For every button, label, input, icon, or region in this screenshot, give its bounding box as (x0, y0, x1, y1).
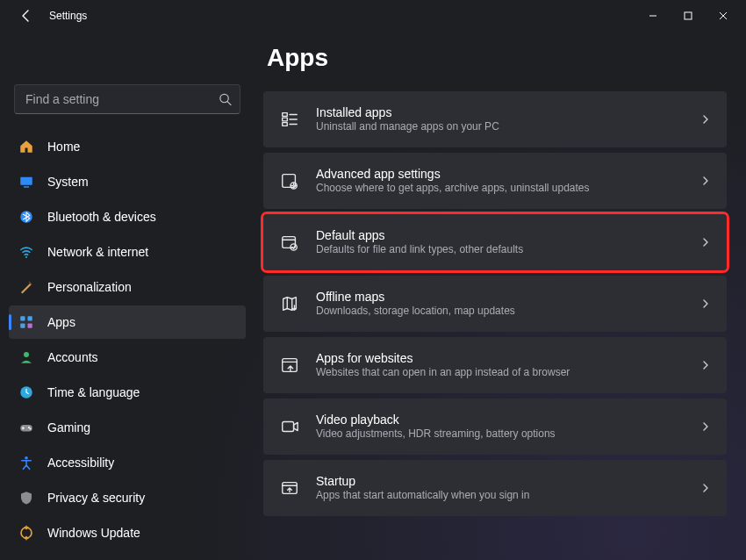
svg-rect-18 (283, 118, 288, 121)
card-maps[interactable]: Offline mapsDownloads, storage location,… (263, 276, 727, 332)
video-icon (279, 416, 300, 437)
home-icon (18, 138, 35, 155)
card-title: Video playback (316, 412, 556, 427)
svg-rect-8 (20, 324, 25, 328)
chevron-right-icon (700, 298, 711, 309)
card-video[interactable]: Video playbackVideo adjustments, HDR str… (263, 398, 727, 455)
sidebar-item-home[interactable]: Home (9, 130, 246, 163)
card-startup[interactable]: StartupApps that start automatically whe… (263, 460, 727, 516)
chevron-right-icon (700, 360, 711, 370)
system-icon (18, 173, 35, 190)
settings-window: Settings HomeSystemBluetooth & de (0, 0, 746, 560)
svg-point-26 (291, 244, 297, 250)
card-subtitle: Video adjustments, HDR streaming, batter… (316, 427, 556, 442)
svg-rect-25 (283, 237, 296, 248)
card-text: Video playbackVideo adjustments, HDR str… (316, 412, 556, 442)
gaming-icon (18, 419, 35, 436)
sidebar-item-update[interactable]: Windows Update (9, 516, 246, 549)
sidebar-item-label: Accounts (47, 350, 98, 364)
card-subtitle: Defaults for file and link types, other … (316, 243, 523, 257)
sidebar-item-bluetooth[interactable]: Bluetooth & devices (9, 200, 246, 233)
sidebar-item-accessibility[interactable]: Accessibility (9, 446, 246, 479)
sidebar-item-label: Gaming (47, 420, 90, 434)
chevron-right-icon (700, 483, 711, 493)
maximize-button[interactable] (671, 3, 706, 29)
svg-point-1 (220, 94, 228, 102)
card-default[interactable]: Default appsDefaults for file and link t… (263, 214, 727, 270)
svg-point-15 (25, 456, 28, 460)
nav-list: HomeSystemBluetooth & devicesNetwork & i… (9, 130, 246, 549)
svg-point-13 (28, 427, 30, 428)
window-controls (635, 3, 741, 29)
close-button[interactable] (706, 3, 741, 29)
card-advanced[interactable]: Advanced app settingsChoose where to get… (263, 153, 727, 209)
card-text: Advanced app settingsChoose where to get… (316, 166, 590, 196)
accessibility-icon (18, 454, 35, 471)
svg-rect-6 (20, 316, 25, 320)
sidebar-item-gaming[interactable]: Gaming (9, 411, 246, 444)
card-subtitle: Apps that start automatically when you s… (316, 489, 529, 503)
sidebar-item-personalization[interactable]: Personalization (9, 270, 246, 304)
sidebar-item-label: Home (47, 140, 80, 154)
svg-rect-28 (283, 422, 294, 432)
svg-rect-3 (24, 186, 29, 188)
svg-rect-7 (28, 316, 32, 320)
chevron-right-icon (700, 421, 711, 432)
card-title: Apps for websites (316, 350, 570, 366)
card-subtitle: Downloads, storage location, map updates (316, 305, 515, 319)
maps-icon (279, 293, 300, 314)
sidebar-item-label: System (47, 175, 89, 189)
sidebar-item-label: Personalization (47, 280, 132, 294)
sidebar-item-label: Privacy & security (47, 491, 145, 505)
chevron-right-icon (700, 114, 711, 125)
sidebar-item-time[interactable]: Time & language (9, 376, 246, 409)
card-text: StartupApps that start automatically whe… (316, 473, 529, 503)
svg-rect-0 (685, 12, 692, 19)
card-title: Advanced app settings (316, 166, 590, 182)
minimize-button[interactable] (635, 3, 671, 29)
card-websites[interactable]: Apps for websitesWebsites that can open … (263, 337, 727, 393)
sidebar-item-system[interactable]: System (9, 165, 246, 198)
svg-point-14 (30, 428, 32, 430)
sidebar-item-label: Windows Update (47, 526, 140, 540)
accounts-icon (18, 348, 35, 366)
bluetooth-icon (18, 208, 35, 226)
chevron-right-icon (700, 176, 711, 186)
svg-rect-19 (283, 123, 288, 126)
back-button[interactable] (16, 5, 37, 26)
sidebar-item-label: Apps (47, 315, 75, 329)
startup-icon (279, 477, 300, 499)
maximize-icon (684, 11, 692, 20)
sidebar-item-accounts[interactable]: Accounts (9, 341, 246, 374)
search-box (14, 84, 240, 114)
time-icon (18, 384, 35, 401)
page-title: Apps (267, 44, 727, 72)
chevron-right-icon (700, 237, 711, 248)
minimize-icon (649, 11, 657, 20)
privacy-icon (18, 489, 35, 506)
sidebar: HomeSystemBluetooth & devicesNetwork & i… (0, 32, 255, 560)
installed-icon (279, 109, 300, 130)
network-icon (18, 243, 35, 261)
card-subtitle: Uninstall and manage apps on your PC (316, 120, 499, 134)
card-text: Apps for websitesWebsites that can open … (316, 350, 570, 380)
card-list: Installed appsUninstall and manage apps … (263, 91, 727, 516)
card-text: Offline mapsDownloads, storage location,… (316, 289, 515, 319)
card-title: Installed apps (316, 104, 499, 120)
sidebar-item-apps[interactable]: Apps (9, 305, 246, 339)
websites-icon (279, 355, 300, 376)
close-icon (719, 11, 728, 20)
svg-point-10 (24, 352, 29, 357)
sidebar-item-label: Accessibility (47, 456, 114, 470)
apps-icon (18, 313, 35, 331)
svg-rect-9 (28, 324, 32, 328)
card-installed[interactable]: Installed appsUninstall and manage apps … (263, 91, 727, 147)
card-title: Startup (316, 473, 529, 489)
sidebar-item-privacy[interactable]: Privacy & security (9, 481, 246, 514)
sidebar-item-label: Bluetooth & devices (47, 210, 156, 224)
search-input[interactable] (14, 84, 240, 114)
card-text: Default appsDefaults for file and link t… (316, 227, 523, 257)
card-subtitle: Choose where to get apps, archive apps, … (316, 182, 590, 196)
sidebar-item-network[interactable]: Network & internet (9, 235, 246, 269)
arrow-left-icon (19, 9, 33, 23)
